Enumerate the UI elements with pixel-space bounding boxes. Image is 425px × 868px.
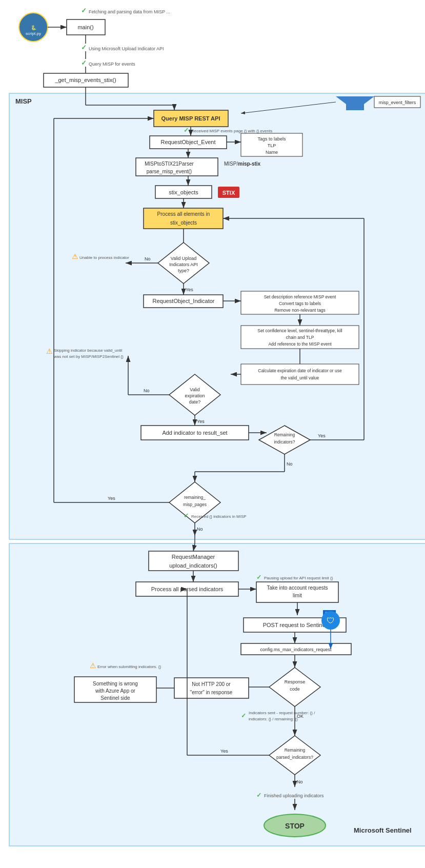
valid-exp-text1: Valid <box>190 387 199 392</box>
config-max: config.ms_max_indicators_request <box>260 647 332 652</box>
something-wrong-1: Something is wrong <box>93 681 138 687</box>
stop-label: STOP <box>285 822 305 830</box>
remaining-pages-2: misp_pages <box>183 502 207 507</box>
valid-exp-text3: date? <box>189 399 201 405</box>
received-events: Received MISP events page {} with {} eve… <box>191 129 272 133</box>
something-wrong-3: Sentinel side <box>100 695 130 701</box>
svg-text:🐍: 🐍 <box>31 25 37 31</box>
query-api-label: Query MISP REST API <box>161 115 220 122</box>
remaining-parsed-1: Remaining <box>285 748 306 753</box>
add-indicator: Add indicator to result_set <box>162 430 227 436</box>
calc-exp-2: the valid_until value <box>281 375 319 380</box>
svg-text:✓: ✓ <box>81 59 87 67</box>
stix-logo: STIX <box>222 190 235 196</box>
diagram-container: 🐍 script.py main() ✓ Fetching and parsin… <box>0 0 425 868</box>
no-label-1: No <box>145 256 151 261</box>
main-func-label: main() <box>77 24 93 30</box>
indicators-sent-2: indicators: {} / remaining: {} <box>249 717 298 721</box>
yes-label-1: Yes <box>186 287 193 292</box>
request-manager: RequestManager <box>172 554 215 560</box>
process-all: Process all elements in <box>157 211 210 217</box>
no-label-5: No <box>297 779 303 784</box>
set-desc-2: Convert tags to labels <box>279 301 321 306</box>
indicators-sent-1: Indicators sent - request number: {} / <box>249 711 315 715</box>
remaining-ind-2: indicators? <box>274 439 295 445</box>
valid-exp-text2: expiration <box>185 393 205 398</box>
svg-text:✓: ✓ <box>184 512 189 519</box>
response-code-1: Response <box>285 679 306 684</box>
script-label: script.py <box>26 31 41 36</box>
take-into-account-2: limit <box>293 593 302 598</box>
set-conf-3: Add reference to the MISP event <box>268 341 332 347</box>
yes-label-4: Yes <box>108 496 115 501</box>
skip-indicator-2: was not set by MISP/MISP2Sentinel {} <box>53 354 124 359</box>
svg-text:✓: ✓ <box>81 44 87 51</box>
svg-text:✓: ✓ <box>256 574 261 581</box>
yes-label-5: Yes <box>220 749 228 754</box>
svg-text:⚠: ⚠ <box>72 252 78 260</box>
flow-diagram: 🐍 script.py main() ✓ Fetching and parsin… <box>5 5 425 868</box>
parse-func: parse_misp_event() <box>147 169 192 174</box>
svg-text:✓: ✓ <box>81 7 87 14</box>
response-code-2: code <box>290 687 300 692</box>
set-desc-1: Set description reference MISP event <box>264 294 336 299</box>
svg-text:✓: ✓ <box>184 127 189 134</box>
valid-upload-text3: type? <box>178 268 189 273</box>
finished-uploading: Finished uploading indicators <box>264 793 324 798</box>
valid-upload-text2: Indicators API <box>169 262 198 267</box>
not-http-2: "error" in response <box>190 690 233 695</box>
yes-label-3: Yes <box>318 433 326 438</box>
something-wrong-2: with Azure App or <box>95 688 135 694</box>
misp-section-label: MISP <box>15 97 32 105</box>
skip-indicator-1: Skipping indicator because valid_until <box>54 348 123 353</box>
misp-stix-parser: MISPtoSTIX21Parser <box>145 161 194 167</box>
step3-text: Query MISP for events <box>89 62 135 67</box>
set-desc-3: Remove non-relevant tags <box>274 308 326 313</box>
take-into-account-1: Take into account requests <box>267 585 328 591</box>
request-object-indicator: RequestObject_Indicator <box>152 298 214 304</box>
step1-text: Fetching and parsing data from MISP ... <box>89 9 170 14</box>
svg-rect-78 <box>174 678 249 698</box>
pausing-upload: Pausing upload for API request limit {} <box>264 576 333 580</box>
tlp-label: TLP <box>268 143 276 148</box>
stix-objects-ref: stix_objects <box>170 220 197 226</box>
received-indicators: Received {} indicators in MISP <box>191 514 247 519</box>
valid-upload-text1: Valid Upload <box>171 256 196 261</box>
stix-objects: stix_objects <box>169 189 198 195</box>
sentinel-shield: 🛡 <box>327 616 335 625</box>
remaining-pages-1: remaining_ <box>184 495 206 500</box>
calc-exp-1: Calculate expiration date of indicator o… <box>258 368 342 373</box>
error-submitting: Error when submitting indicators. {} <box>97 664 161 669</box>
svg-text:✓: ✓ <box>256 792 261 799</box>
filter-label: misp_event_filters <box>379 100 416 105</box>
remaining-parsed-2: parsed_indicators? <box>276 755 313 760</box>
set-conf-2: chain and TLP <box>286 335 314 340</box>
svg-text:⚠: ⚠ <box>90 661 96 670</box>
tags-label: Tags to labels <box>257 136 286 142</box>
set-conf-1: Set confidence level, sentinel-threattyp… <box>257 328 342 333</box>
post-request: POST request to Sentinel <box>263 622 327 628</box>
request-object-event: RequestObject_Event <box>160 139 215 145</box>
no-label-4: No <box>197 527 203 532</box>
svg-text:⚠: ⚠ <box>46 347 53 355</box>
svg-text:✓: ✓ <box>241 712 246 719</box>
sentinel-label: Microsoft Sentinel <box>354 826 412 834</box>
unable-process: Unable to process indicator <box>79 255 129 260</box>
name-label: Name <box>266 150 278 155</box>
svg-rect-45 <box>241 364 359 385</box>
misp-stix-ref: MISP/misp-stix <box>224 161 261 167</box>
no-label-2: No <box>144 388 150 393</box>
get-misp-func: _get_misp_events_stix() <box>54 77 116 83</box>
remaining-ind-1: Remaining <box>274 432 295 437</box>
no-label-3: No <box>287 461 293 467</box>
not-http-1: Not HTTP 200 or <box>192 681 231 687</box>
upload-indicators: upload_indicators() <box>169 562 217 569</box>
yes-label-2: Yes <box>197 419 205 424</box>
step2-text: Using Microsoft Upload Indicator API <box>89 46 164 51</box>
